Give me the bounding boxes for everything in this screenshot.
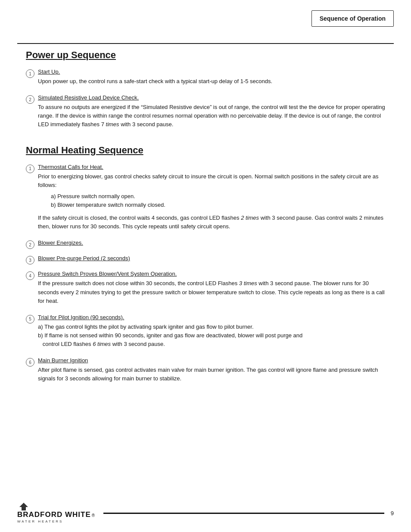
thermostat-p3: If the safety circuit is closed, the con… (38, 214, 385, 231)
main-content: Power up Sequence 1 Start Up. Upon power… (26, 50, 385, 392)
heating-item-2: 2 Blower Energizes. (26, 240, 385, 249)
power-up-title: Power up Sequence (26, 50, 385, 61)
header-box: Sequence of Operation (311, 10, 394, 27)
mainburner-title: Main Burner Ignition (38, 357, 88, 364)
thermostat-title: Thermostat Calls for Heat. (38, 164, 103, 170)
heating-content-2: Blower Energizes. (38, 240, 385, 248)
pressure-body: If the pressure switch does not close wi… (38, 279, 385, 305)
item-content-2: Simulated Resistive Load Device Check. T… (38, 94, 385, 131)
thermostat-p2: a) Pressure switch normally open.b) Blow… (51, 192, 385, 209)
heating-item-6: 6 Main Burner Ignition After pilot flame… (26, 357, 385, 386)
heating-item-1: 1 Thermostat Calls for Heat. Prior to en… (26, 164, 385, 234)
circle-num-2: 2 (26, 95, 34, 104)
trial-title: Trial for Pilot Ignition (90 seconds). (38, 314, 124, 320)
heating-content-6: Main Burner Ignition After pilot flame i… (38, 357, 385, 386)
logo-icon (17, 503, 30, 510)
normal-heating-section: Normal Heating Sequence 1 Thermostat Cal… (26, 145, 385, 386)
logo-main-text: BRADFORD WHITE (17, 510, 91, 519)
power-up-item-1: 1 Start Up. Upon power up, the control r… (26, 68, 385, 88)
startup-text: Upon power up, the control runs a safe-s… (38, 77, 385, 86)
heating-item-5: 5 Trial for Pilot Ignition (90 seconds).… (26, 314, 385, 351)
startup-body: Upon power up, the control runs a safe-s… (38, 77, 385, 86)
heating-circle-1: 1 (26, 165, 34, 173)
trial-text: a) The gas control lights the pilot by a… (38, 323, 385, 348)
heating-item-3: 3 Blower Pre-purge Period (2 seconds) (26, 255, 385, 264)
pressure-text: If the pressure switch does not close wi… (38, 279, 385, 305)
page-wrapper: Sequence of Operation Power up Sequence … (0, 0, 411, 532)
heating-circle-2: 2 (26, 240, 34, 249)
pressure-title: Pressure Switch Proves Blower/Vent Syste… (38, 271, 177, 277)
top-rule (17, 43, 394, 44)
simulated-text: To assure no outputs are energized if th… (38, 103, 385, 129)
svg-marker-0 (19, 503, 28, 510)
logo-trademark: ® (92, 513, 95, 518)
normal-heating-title: Normal Heating Sequence (26, 145, 385, 156)
mainburner-body: After pilot flame is sensed, gas control… (38, 366, 385, 383)
simulated-title: Simulated Resistive Load Device Check. (38, 94, 139, 101)
heating-circle-6: 6 (26, 358, 34, 367)
page-number: 9 (391, 510, 394, 516)
footer: BRADFORD WHITE ® WATER HEATERS 9 (0, 503, 411, 523)
thermostat-body: Prior to energizing blower, gas control … (38, 172, 385, 231)
prepurge-title: Blower Pre-purge Period (2 seconds) (38, 255, 130, 261)
logo-sub-text: WATER HEATERS (17, 520, 63, 523)
power-up-item-2: 2 Simulated Resistive Load Device Check.… (26, 94, 385, 131)
power-up-section: Power up Sequence 1 Start Up. Upon power… (26, 50, 385, 132)
simulated-body: To assure no outputs are energized if th… (38, 103, 385, 129)
thermostat-p1: Prior to energizing blower, gas control … (38, 172, 385, 190)
item-content-1: Start Up. Upon power up, the control run… (38, 68, 385, 88)
footer-logo: BRADFORD WHITE ® WATER HEATERS (17, 503, 95, 523)
heating-content-5: Trial for Pilot Ignition (90 seconds). a… (38, 314, 385, 351)
trial-body: a) The gas control lights the pilot by a… (38, 323, 385, 348)
mainburner-text: After pilot flame is sensed, gas control… (38, 366, 385, 383)
heating-circle-5: 5 (26, 315, 34, 324)
header-title: Sequence of Operation (320, 15, 386, 22)
heating-content-4: Pressure Switch Proves Blower/Vent Syste… (38, 271, 385, 308)
heating-item-4: 4 Pressure Switch Proves Blower/Vent Sys… (26, 271, 385, 308)
heating-circle-3: 3 (26, 256, 34, 264)
circle-num-1: 1 (26, 69, 34, 78)
heating-content-1: Thermostat Calls for Heat. Prior to ener… (38, 164, 385, 234)
heating-circle-4: 4 (26, 271, 34, 280)
heating-content-3: Blower Pre-purge Period (2 seconds) (38, 255, 385, 264)
footer-rule (103, 513, 384, 514)
blower-title: Blower Energizes. (38, 240, 83, 246)
startup-title: Start Up. (38, 68, 60, 75)
